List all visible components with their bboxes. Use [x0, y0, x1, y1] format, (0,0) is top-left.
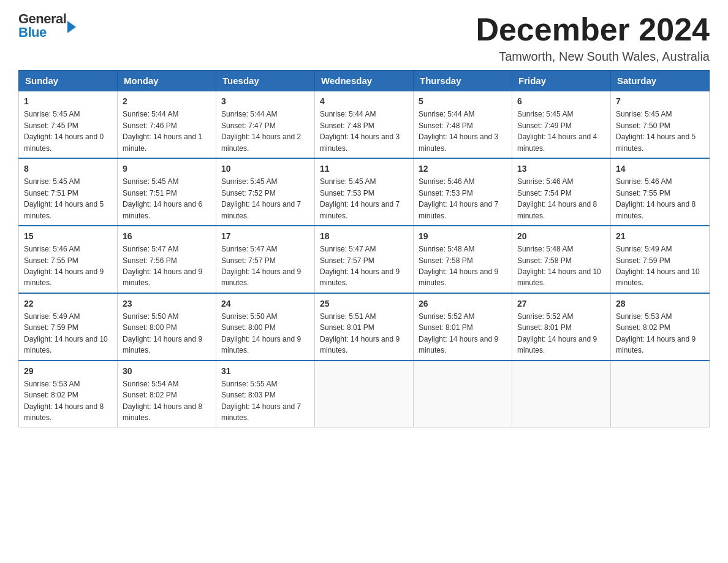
day-sunrise: Sunrise: 5:50 AM	[221, 312, 277, 321]
day-daylight: Daylight: 14 hours and 5 minutes.	[24, 200, 104, 220]
day-sunrise: Sunrise: 5:48 AM	[419, 245, 474, 253]
calendar-header-sunday: Sunday	[19, 71, 118, 91]
day-daylight: Daylight: 14 hours and 10 minutes.	[616, 267, 700, 287]
day-daylight: Daylight: 14 hours and 0 minutes.	[24, 132, 104, 152]
day-sunset: Sunset: 8:01 PM	[517, 323, 572, 332]
day-number: 5	[419, 95, 507, 107]
logo-text: General Blue	[18, 12, 66, 39]
day-daylight: Daylight: 14 hours and 7 minutes.	[419, 200, 498, 220]
calendar-cell: 9 Sunrise: 5:45 AM Sunset: 7:51 PM Dayli…	[118, 158, 216, 226]
day-sunrise: Sunrise: 5:50 AM	[123, 312, 178, 321]
day-number: 6	[517, 95, 605, 107]
day-daylight: Daylight: 14 hours and 7 minutes.	[320, 200, 400, 220]
day-sunrise: Sunrise: 5:46 AM	[419, 177, 474, 186]
day-sunset: Sunset: 8:00 PM	[123, 323, 177, 332]
day-sunrise: Sunrise: 5:55 AM	[221, 380, 277, 388]
day-sunset: Sunset: 7:55 PM	[616, 189, 670, 197]
calendar-week-3: 15 Sunrise: 5:46 AM Sunset: 7:55 PM Dayl…	[19, 226, 710, 293]
day-number: 14	[616, 163, 704, 175]
calendar-cell	[512, 361, 611, 427]
day-sunset: Sunset: 7:54 PM	[517, 189, 572, 197]
day-sunrise: Sunrise: 5:53 AM	[24, 380, 80, 388]
day-number: 8	[24, 163, 112, 175]
location-subtitle: Tamworth, New South Wales, Australia	[476, 50, 710, 64]
day-daylight: Daylight: 14 hours and 9 minutes.	[419, 267, 498, 287]
day-sunrise: Sunrise: 5:48 AM	[517, 245, 573, 253]
day-number: 24	[221, 297, 309, 310]
day-number: 22	[24, 297, 112, 310]
day-daylight: Daylight: 14 hours and 9 minutes.	[517, 335, 597, 354]
day-sunset: Sunset: 7:57 PM	[221, 256, 276, 265]
day-sunrise: Sunrise: 5:49 AM	[24, 312, 80, 321]
calendar-cell: 18 Sunrise: 5:47 AM Sunset: 7:57 PM Dayl…	[315, 226, 414, 293]
day-sunset: Sunset: 7:53 PM	[419, 189, 473, 197]
day-sunset: Sunset: 7:58 PM	[517, 256, 572, 265]
calendar-cell: 16 Sunrise: 5:47 AM Sunset: 7:56 PM Dayl…	[118, 226, 216, 293]
calendar-cell: 5 Sunrise: 5:44 AM Sunset: 7:48 PM Dayli…	[414, 91, 512, 158]
day-number: 25	[320, 297, 408, 310]
day-sunrise: Sunrise: 5:45 AM	[24, 110, 80, 118]
day-number: 31	[221, 365, 309, 377]
day-daylight: Daylight: 14 hours and 9 minutes.	[123, 335, 202, 354]
calendar-header-monday: Monday	[118, 71, 216, 91]
day-daylight: Daylight: 14 hours and 4 minutes.	[517, 132, 597, 152]
day-sunrise: Sunrise: 5:45 AM	[517, 110, 573, 118]
day-sunrise: Sunrise: 5:45 AM	[123, 177, 178, 186]
calendar-week-1: 1 Sunrise: 5:45 AM Sunset: 7:45 PM Dayli…	[19, 91, 710, 158]
day-sunrise: Sunrise: 5:47 AM	[320, 245, 376, 253]
month-title: December 2024	[476, 12, 710, 47]
day-sunset: Sunset: 7:46 PM	[123, 121, 177, 130]
calendar-cell: 27 Sunrise: 5:52 AM Sunset: 8:01 PM Dayl…	[512, 293, 611, 361]
day-number: 11	[320, 163, 408, 175]
day-daylight: Daylight: 14 hours and 5 minutes.	[616, 132, 696, 152]
calendar-header-thursday: Thursday	[414, 71, 512, 91]
calendar-cell: 21 Sunrise: 5:49 AM Sunset: 7:59 PM Dayl…	[611, 226, 710, 293]
day-sunrise: Sunrise: 5:44 AM	[320, 110, 376, 118]
calendar-cell: 22 Sunrise: 5:49 AM Sunset: 7:59 PM Dayl…	[19, 293, 118, 361]
day-sunset: Sunset: 7:59 PM	[616, 256, 670, 265]
calendar-week-2: 8 Sunrise: 5:45 AM Sunset: 7:51 PM Dayli…	[19, 158, 710, 226]
day-sunrise: Sunrise: 5:47 AM	[123, 245, 178, 253]
day-daylight: Daylight: 14 hours and 9 minutes.	[24, 267, 104, 287]
day-number: 23	[123, 297, 211, 310]
day-daylight: Daylight: 14 hours and 9 minutes.	[320, 335, 400, 354]
calendar-cell: 14 Sunrise: 5:46 AM Sunset: 7:55 PM Dayl…	[611, 158, 710, 226]
calendar-cell: 4 Sunrise: 5:44 AM Sunset: 7:48 PM Dayli…	[315, 91, 414, 158]
day-sunset: Sunset: 7:51 PM	[123, 189, 177, 197]
calendar-header-row: SundayMondayTuesdayWednesdayThursdayFrid…	[19, 71, 710, 91]
day-sunset: Sunset: 7:52 PM	[221, 189, 276, 197]
day-sunrise: Sunrise: 5:46 AM	[517, 177, 573, 186]
calendar-cell: 6 Sunrise: 5:45 AM Sunset: 7:49 PM Dayli…	[512, 91, 611, 158]
calendar-cell: 29 Sunrise: 5:53 AM Sunset: 8:02 PM Dayl…	[19, 361, 118, 427]
day-sunrise: Sunrise: 5:44 AM	[419, 110, 474, 118]
day-daylight: Daylight: 14 hours and 8 minutes.	[24, 402, 104, 422]
day-sunset: Sunset: 7:55 PM	[24, 256, 78, 265]
day-sunset: Sunset: 7:47 PM	[221, 121, 276, 130]
day-sunset: Sunset: 8:02 PM	[24, 391, 78, 399]
calendar-cell	[315, 361, 414, 427]
day-sunset: Sunset: 8:02 PM	[616, 323, 670, 332]
calendar-cell: 19 Sunrise: 5:48 AM Sunset: 7:58 PM Dayl…	[414, 226, 512, 293]
day-daylight: Daylight: 14 hours and 8 minutes.	[616, 200, 696, 220]
day-sunrise: Sunrise: 5:46 AM	[616, 177, 672, 186]
calendar-cell: 10 Sunrise: 5:45 AM Sunset: 7:52 PM Dayl…	[216, 158, 315, 226]
day-sunrise: Sunrise: 5:51 AM	[320, 312, 376, 321]
calendar-table: SundayMondayTuesdayWednesdayThursdayFrid…	[18, 70, 710, 427]
day-sunset: Sunset: 8:02 PM	[123, 391, 177, 399]
day-daylight: Daylight: 14 hours and 9 minutes.	[123, 267, 202, 287]
day-daylight: Daylight: 14 hours and 10 minutes.	[24, 335, 108, 354]
day-number: 10	[221, 163, 309, 175]
calendar-cell: 8 Sunrise: 5:45 AM Sunset: 7:51 PM Dayli…	[19, 158, 118, 226]
day-sunset: Sunset: 7:48 PM	[320, 121, 374, 130]
day-sunset: Sunset: 7:56 PM	[123, 256, 177, 265]
day-sunset: Sunset: 7:58 PM	[419, 256, 473, 265]
day-daylight: Daylight: 14 hours and 8 minutes.	[517, 200, 597, 220]
calendar-cell: 7 Sunrise: 5:45 AM Sunset: 7:50 PM Dayli…	[611, 91, 710, 158]
calendar-cell: 24 Sunrise: 5:50 AM Sunset: 8:00 PM Dayl…	[216, 293, 315, 361]
day-sunset: Sunset: 7:53 PM	[320, 189, 374, 197]
calendar-cell	[414, 361, 512, 427]
day-sunrise: Sunrise: 5:52 AM	[419, 312, 474, 321]
day-sunrise: Sunrise: 5:47 AM	[221, 245, 277, 253]
day-number: 13	[517, 163, 605, 175]
calendar-cell: 23 Sunrise: 5:50 AM Sunset: 8:00 PM Dayl…	[118, 293, 216, 361]
